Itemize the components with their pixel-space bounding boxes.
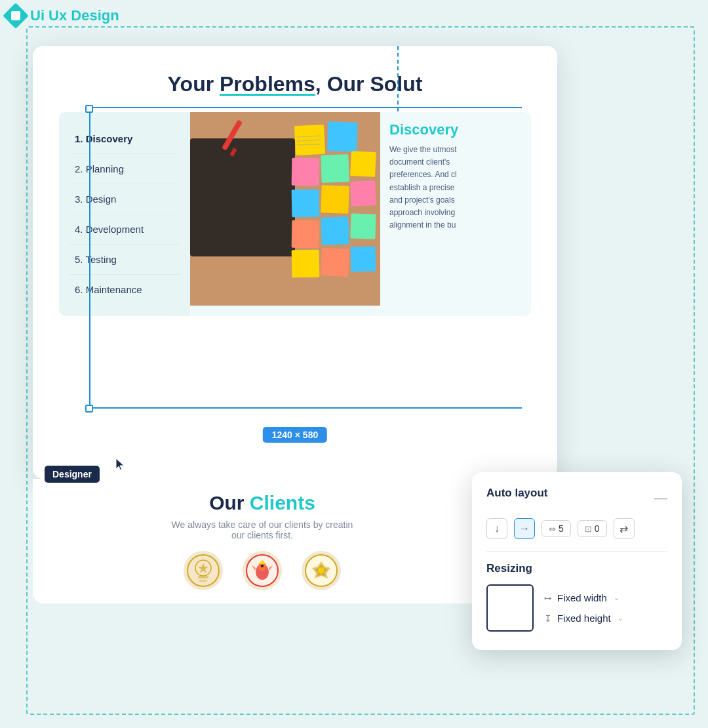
padding-icon: ⊡ [585,524,592,534]
svg-line-18 [297,144,320,145]
app-title-text: Ui Ux Design [30,7,119,24]
panel-minimize-btn[interactable]: — [654,491,667,504]
problems-title-highlight: Problems [220,72,315,96]
svg-point-32 [261,565,264,567]
clients-title-clients: Clients [250,492,315,514]
discovery-text-area: Discovery We give the utmostdocument cli… [380,112,531,306]
resizing-row: ↦ Fixed width ⌄ ↧ Fixed height ⌄ [486,584,667,632]
spacing-icon: ⇔ [549,524,556,534]
clients-section: Our Clients We always take care of our c… [33,479,492,603]
fixed-height-chevron: ⌄ [618,614,623,622]
image-text-row: Discovery We give the utmostdocument cli… [190,112,531,306]
svg-rect-3 [327,121,358,152]
client-logo-1-svg [186,554,220,588]
step-item-design[interactable]: 3. Design [69,184,180,214]
direction-down-icon: ↓ [494,523,500,535]
designer-cursor [115,457,127,474]
sticky-notes-svg [190,112,380,306]
fixed-width-label: Fixed width [557,592,607,603]
svg-rect-11 [321,216,349,245]
app-logo-inner [11,11,20,20]
clients-title: Our Clients [52,492,472,514]
svg-rect-6 [350,151,376,177]
discovery-content: Discovery We give the utmostdocument cli… [190,112,531,316]
discovery-body: We give the utmostdocument client'sprefe… [389,144,522,232]
client-logo-3-svg [304,554,338,588]
svg-rect-8 [321,185,349,213]
fixed-width-icon: ↦ [544,593,552,603]
svg-rect-5 [321,154,349,182]
svg-rect-7 [292,190,320,218]
clients-title-our: Our [209,492,250,514]
vertical-dashed-line [397,46,399,111]
problems-title-part1: Your [168,72,220,96]
dimension-label: 1240 × 580 [263,427,327,443]
wrap-btn[interactable]: ⇄ [614,518,635,539]
svg-rect-10 [292,220,320,249]
step-item-testing[interactable]: 5. Testing [69,245,180,275]
panel-divider [486,551,667,552]
discovery-heading: Discovery [389,121,522,138]
spacing-value: 5 [559,523,564,534]
step-item-development[interactable]: 4. Development [69,214,180,245]
panel-title: Auto layout [486,487,548,500]
svg-rect-24 [198,576,208,578]
problems-title-part2: , Our Solut [315,72,423,96]
client-logos [52,551,472,590]
steps-list: 1. Discovery 2. Planning 3. Design 4. De… [59,112,190,316]
svg-rect-4 [292,158,320,186]
svg-rect-13 [292,250,320,278]
padding-value: 0 [595,523,600,534]
designer-badge: Designer [45,466,100,483]
clients-subtitle: We always take care of our clients by cr… [52,519,472,540]
svg-rect-15 [350,246,376,272]
svg-marker-37 [116,458,124,470]
resizing-options: ↦ Fixed width ⌄ ↧ Fixed height ⌄ [544,592,623,624]
step-item-maintenance[interactable]: 6. Maintenance [69,275,180,304]
svg-rect-25 [199,580,207,582]
fixed-height-label: Fixed height [557,613,611,624]
padding-control[interactable]: ⊡ 0 [578,520,607,537]
svg-rect-14 [321,248,349,277]
svg-rect-1 [190,138,295,256]
spacing-control[interactable]: ⇔ 5 [541,520,571,537]
client-logo-2-svg [245,554,279,588]
direction-right-icon: → [519,523,530,535]
fixed-width-chevron: ⌄ [614,594,620,602]
svg-rect-12 [350,213,376,239]
fixed-height-option[interactable]: ↧ Fixed height ⌄ [544,613,623,624]
svg-rect-9 [350,180,376,207]
client-logo-1 [184,551,223,590]
resizing-title: Resizing [486,562,667,575]
step-item-planning[interactable]: 2. Planning [69,154,180,184]
fixed-height-icon: ↧ [544,613,552,624]
step-item-discovery[interactable]: 1. Discovery [69,124,180,154]
auto-layout-controls: ↓ → ⇔ 5 ⊡ 0 ⇄ [486,518,667,539]
direction-down-btn[interactable]: ↓ [486,518,507,539]
svg-point-36 [318,567,324,574]
wrap-icon: ⇄ [620,523,628,535]
resizing-section: Resizing ↦ Fixed width ⌄ ↧ Fixed height … [486,562,667,632]
content-grid: 1. Discovery 2. Planning 3. Design 4. De… [59,112,531,316]
resizing-preview-box [486,584,534,632]
client-logo-2 [243,551,282,590]
selection-handle-bl[interactable] [85,405,93,413]
cursor-icon [115,457,127,472]
auto-layout-panel: Auto layout — ↓ → ⇔ 5 ⊡ 0 ⇄ Resizing ↦ [472,472,682,650]
direction-right-btn[interactable]: → [514,518,535,539]
app-title-bar: Ui Ux Design [7,7,119,25]
problems-title: Your Problems, Our Solut [52,72,538,96]
problems-section: Your Problems, Our Solut 1. Discovery 2.… [33,46,557,329]
discovery-image [190,112,380,306]
fixed-width-option[interactable]: ↦ Fixed width ⌄ [544,592,623,603]
canvas-card: Your Problems, Our Solut 1. Discovery 2.… [33,46,557,479]
selection-handle-tl[interactable] [85,105,93,113]
client-logo-3 [302,551,341,590]
